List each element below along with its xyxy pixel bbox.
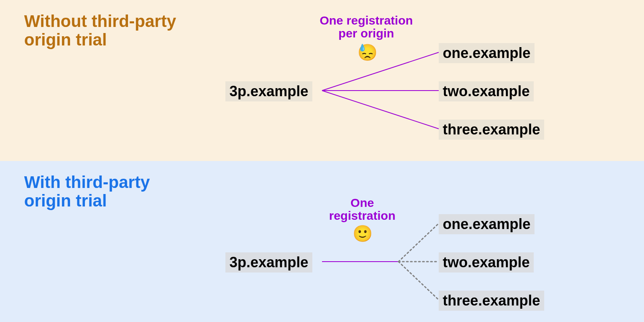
target-origin-1: one.example [439,43,535,63]
target-origin-2: two.example [439,252,534,272]
target-origin-3: three.example [439,120,544,140]
panel-with-3p-origin-trial: With third-party origin trial 3p.example… [0,161,644,322]
panel-title: Without third-party origin trial [24,12,176,49]
panel-without-3p-origin-trial: Without third-party origin trial 3p.exam… [0,0,644,161]
source-origin: 3p.example [225,81,312,101]
source-origin: 3p.example [225,252,312,272]
svg-line-4 [398,223,439,262]
sad-sweat-icon: 😓 [357,44,378,60]
caption-label: One registration per origin [306,14,427,39]
svg-line-6 [398,262,439,300]
svg-line-0 [322,52,439,91]
panel-title: With third-party origin trial [24,173,150,210]
svg-line-2 [322,91,439,129]
target-origin-2: two.example [439,81,534,101]
smile-icon: 🙂 [353,225,373,242]
target-origin-1: one.example [439,214,535,234]
target-origin-3: three.example [439,291,544,311]
caption-label: One registration [318,196,407,222]
